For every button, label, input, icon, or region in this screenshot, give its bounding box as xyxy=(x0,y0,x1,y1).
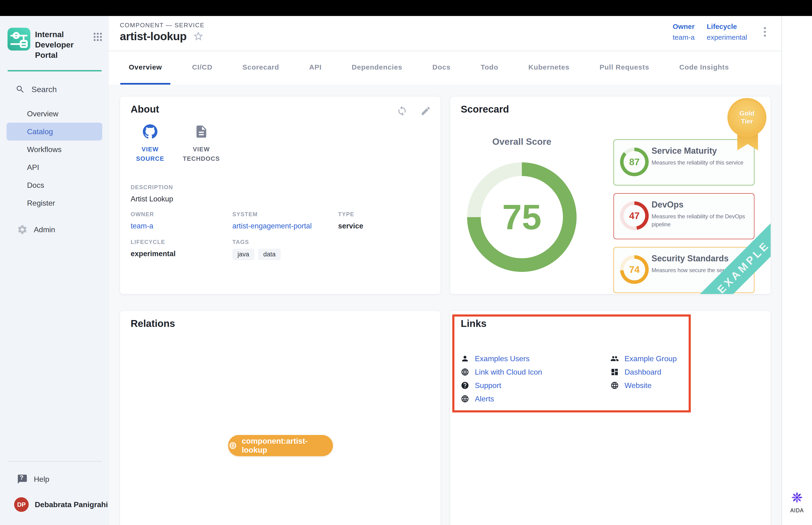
overall-score-value: 75 xyxy=(467,162,577,272)
user-name: Debabrata Panigrahi xyxy=(35,500,108,509)
tab-dependencies[interactable]: Dependencies xyxy=(343,51,411,85)
field-lifecycle: LIFECYCLE experimental xyxy=(131,239,175,258)
field-tags: TAGS java data xyxy=(232,239,281,260)
group-icon xyxy=(610,355,619,363)
apps-grid-icon[interactable] xyxy=(92,31,103,43)
brand-name: Internal Developer Portal xyxy=(35,29,92,60)
tab-bar: Overview CI/CD Scorecard API Dependencie… xyxy=(109,51,781,85)
field-type: TYPE service xyxy=(338,211,363,230)
scorecard-card: Scorecard Gold Tier Overall Score 75 87 … xyxy=(450,96,771,294)
tab-code-insights[interactable]: Code Insights xyxy=(671,51,737,85)
document-icon xyxy=(194,124,209,139)
globe-icon xyxy=(461,368,469,376)
portal-logo-icon xyxy=(7,28,30,50)
tab-scorecard[interactable]: Scorecard xyxy=(234,51,288,85)
right-rail: AIDA xyxy=(781,16,812,525)
metric-gauge: 74 xyxy=(620,255,649,284)
help-icon xyxy=(461,381,469,390)
relations-title: Relations xyxy=(131,318,175,329)
edit-pencil-icon[interactable] xyxy=(420,106,431,116)
metric-gauge: 87 xyxy=(620,148,649,176)
tab-cicd[interactable]: CI/CD xyxy=(184,51,221,85)
breadcrumb: COMPONENT — SERVICE xyxy=(120,21,205,29)
page-content: About VIEW SOURCE VIEW TECHDOCS xyxy=(109,85,781,525)
links-card: Links Examples Users Link with Cloud Ico… xyxy=(450,311,771,525)
gear-icon xyxy=(17,224,28,235)
scorecard-title: Scorecard xyxy=(461,104,509,115)
gold-tier-label: Gold Tier xyxy=(739,109,754,125)
view-source-button[interactable]: VIEW SOURCE xyxy=(131,124,169,163)
person-icon xyxy=(461,355,469,363)
lifecycle-value: experimental xyxy=(707,33,747,41)
entity-header: COMPONENT — SERVICE artist-lookup Owner … xyxy=(109,16,781,51)
metric-service-maturity[interactable]: 87 Service Maturity Measures the reliabi… xyxy=(613,139,754,185)
sidebar-search[interactable]: Search xyxy=(16,85,109,94)
sidebar-nav: Overview Catalog Workflows API Docs Regi… xyxy=(0,105,109,212)
sidebar-item-register[interactable]: Register xyxy=(0,194,109,212)
tab-api[interactable]: API xyxy=(301,51,330,85)
brand: Internal Developer Portal xyxy=(7,28,103,60)
about-title: About xyxy=(131,104,159,115)
sidebar-item-docs[interactable]: Docs xyxy=(0,176,109,194)
links-column-1: Examples Users Link with Cloud Icon Supp… xyxy=(461,355,610,403)
sidebar-item-workflows[interactable]: Workflows xyxy=(0,140,109,159)
link-example-group[interactable]: Example Group xyxy=(610,355,760,363)
owner-value-link[interactable]: team-a xyxy=(131,222,154,230)
help-chat-icon: ? xyxy=(17,474,28,484)
link-with-cloud-icon[interactable]: Link with Cloud Icon xyxy=(461,368,610,376)
aida-label: AIDA xyxy=(790,507,804,514)
tab-kubernetes[interactable]: Kubernetes xyxy=(520,51,578,85)
sidebar: Internal Developer Portal Search Overvie… xyxy=(0,16,109,525)
page-title: artist-lookup xyxy=(120,30,186,43)
view-techdocs-button[interactable]: VIEW TECHDOCS xyxy=(183,124,220,163)
sidebar-bottom: ? Help DP Debabrata Panigrahi xyxy=(0,461,109,525)
field-description: DESCRIPTION Artist Lookup xyxy=(131,184,173,203)
brand-divider xyxy=(7,70,102,72)
sidebar-item-api[interactable]: API xyxy=(0,159,109,176)
header-owner: Owner team-a xyxy=(673,22,694,41)
top-black-bar xyxy=(0,0,812,16)
globe-icon xyxy=(461,394,469,403)
tag-chip-java[interactable]: java xyxy=(232,249,255,260)
sidebar-item-admin[interactable]: Admin xyxy=(17,224,109,235)
relation-node-component[interactable]: component:artist-lookup xyxy=(228,435,333,456)
system-value-link[interactable]: artist-engagement-portal xyxy=(232,222,312,230)
about-card: About VIEW SOURCE VIEW TECHDOCS xyxy=(120,96,441,294)
owner-link[interactable]: team-a xyxy=(673,33,694,41)
link-examples-users[interactable]: Examples Users xyxy=(461,355,610,363)
search-label: Search xyxy=(31,85,57,94)
tab-docs[interactable]: Docs xyxy=(424,51,459,85)
link-dashboard[interactable]: Dashboard xyxy=(610,368,760,376)
aida-flower-icon xyxy=(791,491,803,504)
field-system: SYSTEM artist-engagement-portal xyxy=(232,211,312,230)
link-website[interactable]: Website xyxy=(610,381,760,390)
avatar: DP xyxy=(14,497,29,512)
aida-assistant-button[interactable]: AIDA xyxy=(782,491,812,514)
kebab-menu-icon[interactable] xyxy=(764,25,766,38)
link-support[interactable]: Support xyxy=(461,381,610,390)
header-lifecycle: Lifecycle experimental xyxy=(707,22,747,41)
links-title: Links xyxy=(461,318,487,329)
favorite-star-icon[interactable] xyxy=(186,30,204,43)
globe-icon xyxy=(610,381,619,390)
lifecycle-label: Lifecycle xyxy=(707,22,747,31)
relations-card: Relations component:artist-lookup xyxy=(120,311,441,525)
dashboard-icon xyxy=(610,368,619,376)
sidebar-item-help[interactable]: ? Help xyxy=(17,474,109,484)
metric-devops[interactable]: 47 DevOps Measures the reliability of th… xyxy=(613,193,754,239)
owner-label: Owner xyxy=(673,22,694,31)
main-column: COMPONENT — SERVICE artist-lookup Owner … xyxy=(109,16,781,525)
sidebar-item-catalog[interactable]: Catalog xyxy=(6,123,102,140)
field-owner: OWNER team-a xyxy=(131,211,154,230)
tab-overview[interactable]: Overview xyxy=(120,51,170,85)
sidebar-item-overview[interactable]: Overview xyxy=(0,105,109,123)
refresh-icon[interactable] xyxy=(397,106,408,116)
sidebar-user[interactable]: DP Debabrata Panigrahi xyxy=(14,497,109,512)
tag-chip-data[interactable]: data xyxy=(258,249,281,260)
sidebar-divider xyxy=(7,461,102,462)
link-alerts[interactable]: Alerts xyxy=(461,394,610,403)
tab-pull-requests[interactable]: Pull Requests xyxy=(591,51,658,85)
tab-todo[interactable]: Todo xyxy=(472,51,507,85)
chip-icon xyxy=(228,441,238,450)
search-icon xyxy=(16,85,25,94)
